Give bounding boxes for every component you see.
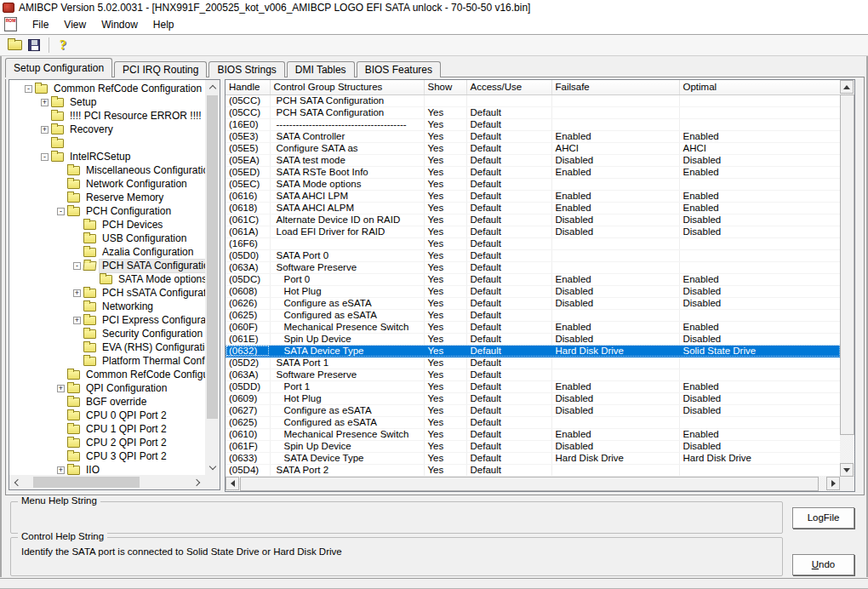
menu-help[interactable]: Help	[146, 17, 182, 32]
tree-vertical-scrollbar[interactable]	[205, 80, 220, 475]
logfile-button[interactable]: LogFile	[792, 507, 854, 529]
tree-hscroll-thumb[interactable]	[33, 477, 140, 488]
table-row[interactable]: (05DC) Port 0 Yes Default Enabled Enable…	[226, 273, 840, 285]
table-row[interactable]: (061E) Spin Up Device Yes Default Disabl…	[226, 333, 840, 345]
table-row[interactable]: (05D2) SATA Port 1 Yes Default	[226, 357, 840, 369]
scroll-left-icon[interactable]	[226, 477, 239, 490]
expand-toggle-icon[interactable]: +	[41, 126, 49, 134]
tree-item[interactable]: !!!! PCI Resource ERROR !!!!	[9, 109, 205, 123]
table-row[interactable]: (061A) Load EFI Driver for RAID Yes Defa…	[226, 226, 840, 237]
scroll-left-icon[interactable]	[9, 475, 24, 489]
tab-setup-configuration[interactable]: Setup Configuration	[5, 58, 112, 77]
table-row[interactable]: (0626) Configure as eSATA Yes Default Di…	[226, 297, 840, 309]
tree-item[interactable]: Security Configuration	[9, 327, 205, 340]
scroll-up-icon[interactable]	[840, 80, 854, 94]
table-row[interactable]: (05EC) SATA Mode options Yes Default	[226, 178, 840, 190]
col-show[interactable]: Show	[424, 80, 466, 94]
table-row[interactable]: (0632) SATA Device Type Yes Default Hard…	[226, 345, 840, 357]
table-row[interactable]: (05CC) PCH SATA Configuration	[226, 94, 840, 106]
tree-item[interactable]: + PCI Express Configuration	[9, 313, 205, 327]
save-file-button[interactable]	[25, 37, 43, 54]
table-row[interactable]: (05E3) SATA Controller Yes Default Enabl…	[226, 130, 840, 142]
table-row[interactable]: (063A) Software Preserve Yes Default	[226, 369, 840, 380]
tree-item[interactable]: Network Configuration	[9, 177, 205, 191]
tree-vscroll-thumb[interactable]	[207, 95, 218, 419]
scroll-down-icon[interactable]	[840, 463, 854, 477]
tree-item[interactable]: BGF override	[9, 395, 205, 409]
table-row[interactable]: (0610) Mechanical Presence Switch Yes De…	[226, 428, 840, 440]
table-row[interactable]: (0618) SATA AHCI ALPM Yes Default Enable…	[226, 202, 840, 214]
table-row[interactable]: (0609) Hot Plug Yes Default Disabled Dis…	[226, 392, 840, 404]
table-row[interactable]: (0627) Configure as eSATA Yes Default Di…	[226, 404, 840, 416]
undo-button[interactable]: Undo	[792, 554, 854, 575]
tree-item[interactable]: Reserve Memory	[9, 191, 205, 204]
scroll-right-icon[interactable]	[826, 477, 840, 490]
tree-item[interactable]: EVA (RHS) Configuration	[9, 340, 205, 354]
help-button[interactable]: ?	[54, 37, 72, 54]
tab-bios-strings[interactable]: BIOS Strings	[208, 61, 284, 77]
tree-item[interactable]: Azalia Configuration	[9, 245, 205, 259]
tree-item[interactable]: CPU 2 QPI Port 2	[9, 436, 205, 449]
table-row[interactable]: (0625) Configured as eSATA Yes Default	[226, 309, 840, 321]
tree-item[interactable]: Networking	[9, 300, 205, 313]
table-row[interactable]: (05ED) SATA RSTe Boot Info Yes Default E…	[226, 166, 840, 178]
table-row[interactable]: (16F6) Yes Default	[226, 237, 840, 249]
tree-item[interactable]: + PCH sSATA Configuration	[9, 286, 205, 300]
table-row[interactable]: (063A) Software Preserve Yes Default	[226, 261, 840, 273]
menu-view[interactable]: View	[56, 17, 94, 32]
tree-item[interactable]: + IIO	[9, 463, 205, 475]
menu-file[interactable]: File	[25, 17, 56, 32]
expand-toggle-icon[interactable]: +	[73, 289, 81, 297]
tree-item[interactable]: - PCH SATA Configuration	[9, 259, 205, 272]
tree-item[interactable]: Common RefCode Configuration	[9, 368, 205, 381]
tree-item[interactable]: - PCH Configuration	[9, 204, 205, 218]
table-row[interactable]: (05EA) SATA test mode Yes Default Disabl…	[226, 154, 840, 166]
rom-document-icon[interactable]: ROM	[4, 17, 17, 31]
table-row[interactable]: (05D4) SATA Port 2 Yes Default	[226, 464, 840, 476]
tree-item[interactable]: SATA Mode options	[9, 272, 205, 286]
tree-item[interactable]: CPU 3 QPI Port 2	[9, 449, 205, 463]
tree-item[interactable]: + Setup	[9, 95, 205, 109]
table-row[interactable]: (0625) Configured as eSATA Yes Default	[226, 416, 840, 428]
expand-toggle-icon[interactable]: +	[57, 385, 65, 392]
tree-horizontal-scrollbar[interactable]	[9, 475, 205, 489]
table-horizontal-scrollbar[interactable]	[226, 477, 840, 491]
tab-bios-features[interactable]: BIOS Features	[357, 61, 441, 77]
table-hscroll-thumb[interactable]	[240, 477, 819, 491]
expand-toggle-icon[interactable]: -	[57, 208, 65, 215]
tree-item[interactable]: USB Configuration	[9, 232, 205, 245]
expand-toggle-icon[interactable]: -	[41, 153, 49, 161]
expand-toggle-icon[interactable]: +	[41, 99, 49, 106]
table-vertical-scrollbar[interactable]	[840, 80, 854, 477]
table-row[interactable]: (05D0) SATA Port 0 Yes Default	[226, 249, 840, 261]
tree-item[interactable]: - Common RefCode Configuration	[9, 82, 205, 95]
table-row[interactable]: (061F) Spin Up Device Yes Default Disabl…	[226, 440, 840, 452]
col-failsafe[interactable]: Failsafe	[551, 80, 679, 94]
open-file-button[interactable]	[5, 37, 24, 54]
table-vscroll-thumb[interactable]	[840, 94, 854, 435]
tab-dmi-tables[interactable]: DMI Tables	[287, 61, 355, 77]
tree-item[interactable]: - IntelRCSetup	[9, 150, 205, 163]
tree-item[interactable]: + QPI Configuration	[9, 381, 205, 395]
table-row[interactable]: (0633) SATA Device Type Yes Default Hard…	[226, 452, 840, 464]
expand-toggle-icon[interactable]: +	[57, 466, 65, 474]
table-row[interactable]: (05DD) Port 1 Yes Default Enabled Enable…	[226, 380, 840, 392]
col-handle[interactable]: Handle	[226, 80, 270, 94]
col-access-use[interactable]: Access/Use	[466, 80, 551, 94]
table-row[interactable]: (05CC) PCH SATA Configuration Yes Defaul…	[226, 106, 840, 118]
tree-item[interactable]	[9, 136, 205, 150]
table-row[interactable]: (0616) SATA AHCI LPM Yes Default Enabled…	[226, 190, 840, 202]
tree-item[interactable]: CPU 0 QPI Port 2	[9, 409, 205, 422]
scroll-down-icon[interactable]	[205, 460, 220, 475]
table-row[interactable]: (16E0) ---------------------------------…	[226, 118, 840, 130]
expand-toggle-icon[interactable]: -	[73, 262, 81, 270]
tree-item[interactable]: CPU 1 QPI Port 2	[9, 422, 205, 436]
tree-item[interactable]: + Recovery	[9, 123, 205, 136]
expand-toggle-icon[interactable]: -	[25, 85, 32, 93]
scroll-right-icon[interactable]	[191, 475, 205, 489]
tree-item[interactable]: PCH Devices	[9, 218, 205, 232]
table-row[interactable]: (05E5) Configure SATA as Yes Default AHC…	[226, 142, 840, 154]
table-row[interactable]: (0608) Hot Plug Yes Default Disabled Dis…	[226, 285, 840, 297]
col-optimal[interactable]: Optimal	[679, 80, 840, 94]
menu-window[interactable]: Window	[94, 17, 146, 32]
